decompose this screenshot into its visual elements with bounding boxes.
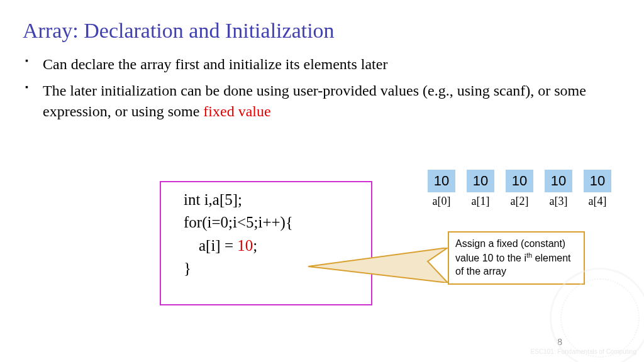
array-cell-4: 10 a[4] xyxy=(584,170,611,208)
array-cell-3: 10 a[3] xyxy=(545,170,572,208)
array-cell-1: 10 a[1] xyxy=(467,170,494,208)
code-l3-red: 10 xyxy=(237,237,253,254)
code-l3-post: ; xyxy=(253,237,257,254)
footer-text: ESC101: Fundamentals of Computing xyxy=(531,348,636,356)
cell-value: 10 xyxy=(584,170,611,192)
cell-label: a[2] xyxy=(511,195,529,208)
code-l3-pre: a[i] = xyxy=(199,237,237,254)
code-line-1: int i,a[5]; xyxy=(184,189,360,211)
callout-box: Assign a fixed (constant) value 10 to th… xyxy=(448,231,585,285)
bullet-1: Can declare the array first and initiali… xyxy=(25,54,619,74)
code-line-4: } xyxy=(184,257,360,280)
bullet-2-red: fixed value xyxy=(203,103,270,119)
code-line-3: a[i] = 10; xyxy=(184,234,360,257)
array-cell-0: 10 a[0] xyxy=(428,170,455,208)
slide-title: Array: Declaration and Initialization xyxy=(0,0,644,43)
cell-value: 10 xyxy=(467,170,494,192)
bullet-2-pre: The later initialization can be done usi… xyxy=(43,82,586,119)
cell-label: a[0] xyxy=(433,195,451,208)
bullet-2: The later initialization can be done usi… xyxy=(25,80,619,121)
array-diagram: 10 a[0] 10 a[1] 10 a[2] 10 a[3] 10 a[4] xyxy=(428,170,611,208)
cell-value: 10 xyxy=(506,170,533,192)
callout-sup: th xyxy=(526,251,532,259)
cell-value: 10 xyxy=(428,170,455,192)
code-line-2: for(i=0;i<5;i++){ xyxy=(184,211,360,234)
cell-label: a[1] xyxy=(472,195,490,208)
cell-label: a[3] xyxy=(550,195,568,208)
array-cell-2: 10 a[2] xyxy=(506,170,533,208)
code-box: int i,a[5]; for(i=0;i<5;i++){ a[i] = 10;… xyxy=(160,181,372,305)
cell-value: 10 xyxy=(545,170,572,192)
cell-label: a[4] xyxy=(589,195,607,208)
bullet-list: Can declare the array first and initiali… xyxy=(0,43,644,121)
